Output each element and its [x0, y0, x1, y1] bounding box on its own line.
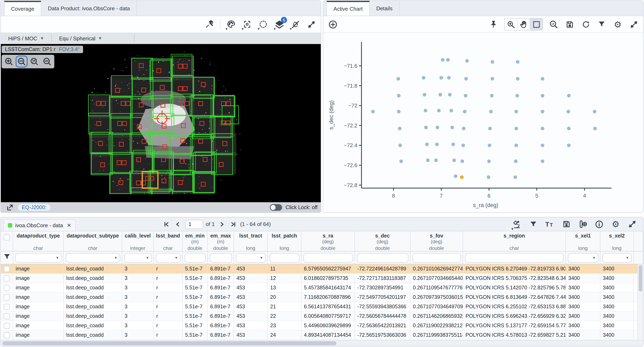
- column-header-dataproduct_type[interactable]: dataproduct_typechar: [13, 231, 64, 251]
- scatter-point[interactable]: [541, 77, 544, 81]
- popout-icon[interactable]: [4, 202, 15, 212]
- table-row[interactable]: imagelsst.deep_coadd3r5.51e-76.891e-7453…: [1, 283, 638, 293]
- select-area-icon[interactable]: ▼: [258, 19, 268, 30]
- scatter-point[interactable]: [440, 76, 443, 80]
- scatter-point[interactable]: [490, 60, 494, 64]
- layers-icon[interactable]: ▼6: [274, 19, 284, 30]
- pin-icon[interactable]: [488, 19, 499, 30]
- scatter-point[interactable]: [448, 93, 452, 97]
- scatter-point[interactable]: [437, 109, 441, 112]
- scatter-point[interactable]: [434, 158, 438, 162]
- horizontal-scrollbar-thumb[interactable]: [2, 341, 336, 345]
- scatter-point[interactable]: [399, 160, 403, 163]
- scatter-point[interactable]: [541, 127, 544, 130]
- text-options-icon[interactable]: TT: [544, 219, 555, 229]
- filter-input-s_region[interactable]: [465, 253, 564, 262]
- scatter-point[interactable]: [452, 158, 456, 162]
- filter-input-em_max[interactable]: [210, 253, 232, 262]
- zoom-fill-mag-icon[interactable]: [41, 56, 53, 68]
- filter-input-s_ra[interactable]: [303, 253, 353, 262]
- filter-select-lsst_tract[interactable]: ▼: [236, 253, 266, 262]
- scatter-point[interactable]: [514, 127, 518, 130]
- scatter-point[interactable]: [516, 94, 519, 98]
- scatter-point-selected[interactable]: [460, 175, 464, 179]
- filter-select-s_xel2[interactable]: ▼: [602, 253, 632, 262]
- table-tab-obscore[interactable]: ivoa.ObsCore - data ✕: [3, 219, 76, 231]
- column-header-calib_level[interactable]: calib_levelinteger: [122, 231, 154, 251]
- scatter-point[interactable]: [371, 110, 375, 113]
- tab-data-product[interactable]: Data Product: ivoa.ObsCore - data: [41, 1, 137, 16]
- click-lock-toggle[interactable]: [270, 204, 282, 211]
- scatter-point[interactable]: [541, 110, 544, 113]
- table-row[interactable]: imagelsst.deep_coadd3r5.51e-76.891e-7453…: [1, 312, 638, 321]
- scatter-point[interactable]: [436, 126, 440, 129]
- box-select-icon[interactable]: [530, 19, 542, 30]
- expand-icon[interactable]: [306, 19, 317, 30]
- tools-icon[interactable]: [204, 19, 215, 30]
- page-number-input[interactable]: [185, 220, 203, 229]
- scatter-point[interactable]: [516, 60, 520, 64]
- row-checkbox[interactable]: [4, 275, 10, 281]
- scatter-point[interactable]: [426, 158, 430, 162]
- scatter-point[interactable]: [424, 126, 428, 129]
- recenter-icon[interactable]: ▼: [242, 19, 252, 30]
- scatter-point[interactable]: [398, 144, 402, 147]
- palette-icon[interactable]: ▼: [226, 19, 236, 30]
- unlink-icon[interactable]: ▼: [290, 19, 300, 30]
- filter-select-lsst_band[interactable]: ▼: [156, 253, 180, 262]
- first-page-button[interactable]: [162, 220, 171, 229]
- filter-icon[interactable]: [596, 19, 607, 30]
- scatter-point[interactable]: [516, 77, 520, 81]
- scatter-point[interactable]: [593, 110, 596, 113]
- table-row[interactable]: imagelsst.deep_coadd3r5.51e-76.891e-7453…: [1, 264, 638, 274]
- next-page-button[interactable]: [217, 220, 226, 229]
- vertical-scrollbar-thumb[interactable]: [639, 265, 642, 291]
- scatter-point[interactable]: [396, 77, 400, 81]
- scatter-point[interactable]: [488, 127, 492, 130]
- scatter-point[interactable]: [487, 160, 491, 163]
- scatter-point[interactable]: [567, 94, 570, 98]
- restore-icon[interactable]: [580, 19, 591, 30]
- hips-moc-dropdown[interactable]: HiPS / MOC▼: [1, 33, 51, 44]
- zoom-in-mag-icon[interactable]: [3, 56, 15, 68]
- sky-coverage-view[interactable]: LSSTComCam: DP1 rFOV:3.4° EQ-J2000: Clic…: [1, 44, 321, 212]
- column-header-lsst_patch[interactable]: lsst_patchlong: [268, 231, 302, 251]
- table-row[interactable]: imagelsst.deep_coadd3r5.51e-76.891e-7453…: [1, 293, 638, 302]
- table-row[interactable]: imagelsst.deep_coadd3r5.51e-76.891e-7453…: [1, 274, 638, 283]
- scatter-point[interactable]: [451, 143, 455, 146]
- filter-icon[interactable]: [528, 219, 539, 229]
- pan-hand-icon[interactable]: [517, 19, 530, 30]
- filter-input-lsst_patch[interactable]: [270, 253, 299, 262]
- row-checkbox[interactable]: [4, 266, 10, 272]
- filter-input-s_fov[interactable]: [412, 253, 461, 262]
- column-header-s_xel2[interactable]: s_xel2long: [600, 231, 634, 251]
- table-row[interactable]: imagelsst.deep_coadd3r5.51e-76.891e-7453…: [1, 321, 638, 330]
- vertical-scrollbar[interactable]: [638, 264, 643, 340]
- scatter-point[interactable]: [450, 126, 454, 129]
- scatter-point[interactable]: [397, 94, 400, 98]
- scatter-point[interactable]: [593, 127, 597, 130]
- column-header-s_fov[interactable]: s_fov(deg)double: [410, 231, 463, 251]
- expand-icon[interactable]: [628, 19, 639, 30]
- funnel-icon[interactable]: [3, 253, 11, 263]
- scatter-point[interactable]: [464, 94, 468, 98]
- scatter-point[interactable]: [489, 110, 493, 113]
- column-header-dataproduct_subtype[interactable]: dataproduct_subtypechar: [64, 231, 122, 251]
- scatter-point[interactable]: [514, 175, 517, 179]
- row-checkbox[interactable]: [4, 322, 10, 329]
- scatter-point[interactable]: [567, 144, 570, 147]
- filter-select-dataproduct_subtype[interactable]: ▼: [66, 253, 120, 262]
- scatter-point[interactable]: [464, 77, 468, 81]
- scatter-point[interactable]: [397, 110, 400, 113]
- add-chart-icon[interactable]: [327, 19, 338, 30]
- column-header-s_xel1[interactable]: s_xel1long: [566, 231, 600, 251]
- scatter-point[interactable]: [462, 144, 465, 147]
- scatter-point[interactable]: [424, 109, 427, 112]
- scatter-point[interactable]: [447, 76, 451, 80]
- column-header-s_region[interactable]: s_regionchar: [463, 231, 566, 251]
- filter-select-calib_level[interactable]: ▼: [124, 253, 152, 262]
- table-row[interactable]: imagelsst.deep_coadd3r5.51e-76.891e-7453…: [1, 302, 638, 312]
- expand-icon[interactable]: [627, 219, 638, 229]
- scatter-point[interactable]: [541, 160, 544, 163]
- table-row[interactable]: imagelsst.deep_coadd3r5.51e-76.891e-7453…: [1, 330, 638, 340]
